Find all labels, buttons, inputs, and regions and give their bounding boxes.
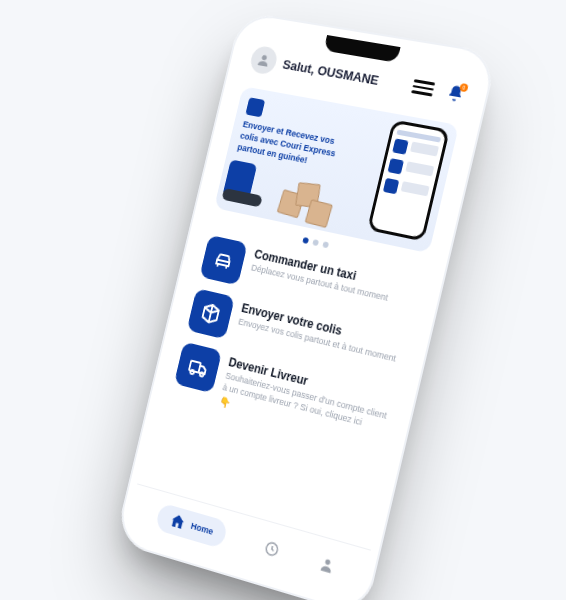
carousel-dot-active[interactable] [302, 237, 309, 244]
user-icon [317, 553, 338, 576]
point-down-icon: 👇 [218, 396, 231, 409]
clock-icon [261, 537, 282, 560]
nav-home-label: Home [190, 520, 214, 536]
brand-logo [245, 97, 265, 117]
carousel-dot[interactable] [312, 239, 319, 246]
avatar[interactable] [248, 45, 279, 76]
phone-mockup-illustration [367, 119, 450, 241]
nav-profile[interactable] [317, 553, 338, 576]
courier-illustration [221, 159, 270, 211]
svg-point-3 [200, 372, 204, 377]
user-icon [255, 51, 273, 69]
greeting-text: Salut, OUSMANE [281, 56, 407, 92]
phone-frame: Salut, OUSMANE 0 Envoyer et Recevez vos … [114, 11, 498, 600]
nav-history[interactable] [261, 537, 282, 560]
carousel-dot[interactable] [322, 241, 329, 248]
app-screen: Salut, OUSMANE 0 Envoyer et Recevez vos … [125, 22, 486, 600]
delivery-icon [174, 342, 222, 394]
nav-home[interactable]: Home [155, 502, 229, 549]
package-icon [187, 288, 235, 339]
notifications-button[interactable]: 0 [445, 83, 467, 104]
boxes-illustration [277, 190, 348, 227]
home-icon [168, 510, 188, 532]
menu-icon [414, 79, 435, 85]
svg-point-5 [325, 558, 331, 565]
car-icon [199, 235, 247, 286]
svg-point-0 [261, 55, 267, 61]
notification-badge: 0 [459, 83, 469, 92]
menu-button[interactable] [410, 75, 436, 100]
svg-point-2 [190, 370, 194, 375]
